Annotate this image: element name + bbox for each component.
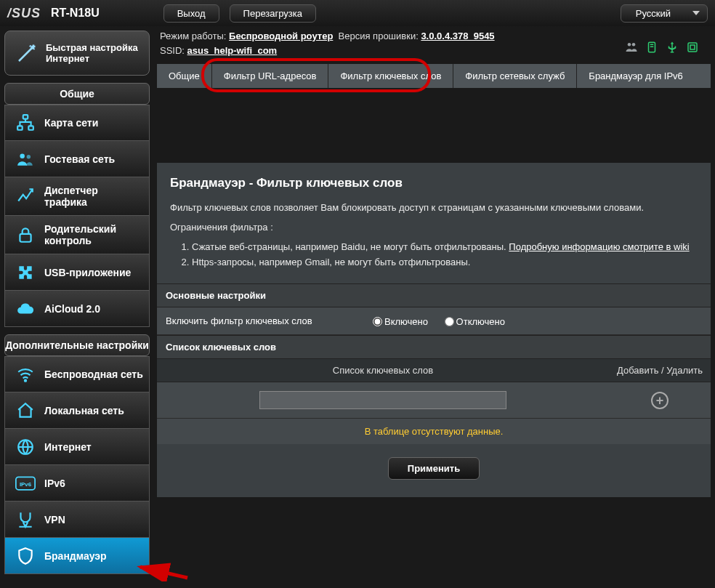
svg-point-11 bbox=[20, 153, 25, 158]
page-title: Брандмауэр - Фильтр ключевых слов bbox=[170, 176, 698, 190]
svg-point-0 bbox=[628, 43, 631, 47]
col-action: Добавить / Удалить bbox=[609, 359, 711, 382]
sidebar-item-label: Брандмауэр bbox=[44, 550, 107, 562]
ssid-value[interactable]: asus_help-wifi_com bbox=[187, 45, 278, 56]
tab-ipv6-firewall[interactable]: Брандмауэр для IPv6 bbox=[577, 64, 694, 88]
sidebar-header-general: Общие bbox=[4, 83, 150, 105]
sidebar-item-lock[interactable]: Родительский контроль bbox=[4, 216, 150, 254]
add-button[interactable]: + bbox=[651, 392, 668, 409]
reboot-button[interactable]: Перезагрузка bbox=[230, 4, 316, 23]
radio-off-text: Отключено bbox=[456, 316, 505, 327]
wifi-icon bbox=[15, 364, 36, 384]
shield-icon bbox=[15, 546, 36, 566]
puzzle-icon bbox=[15, 262, 36, 283]
sidebar-item-label: IPv6 bbox=[44, 478, 65, 489]
plus-icon: + bbox=[656, 394, 664, 407]
svg-point-12 bbox=[27, 155, 31, 158]
sidebar-item-puzzle[interactable]: USB-приложение bbox=[4, 254, 150, 291]
keyword-input[interactable] bbox=[259, 391, 506, 409]
sidebar-item-label: Локальная сеть bbox=[44, 405, 124, 416]
svg-point-14 bbox=[25, 380, 26, 382]
sidebar-item-network-map[interactable]: Карта сети bbox=[4, 105, 150, 141]
clients-icon[interactable] bbox=[625, 41, 638, 54]
radio-off-label[interactable]: Отключено bbox=[441, 316, 505, 327]
sidebar-item-label: Гостевая сеть bbox=[44, 153, 115, 165]
guest-icon bbox=[15, 149, 36, 169]
table-row: + bbox=[157, 382, 711, 419]
restrict-list: Сжатые веб-страницы, например Baidu, не … bbox=[170, 241, 698, 267]
radio-on-text: Включено bbox=[384, 316, 428, 327]
radio-on-label[interactable]: Включено bbox=[369, 316, 428, 327]
svg-point-7 bbox=[32, 47, 34, 49]
fw-label: Версия прошивки: bbox=[339, 31, 419, 41]
tab-keyword-filter[interactable]: Фильтр ключевых слов bbox=[328, 64, 453, 88]
sidebar-item-label: Родительский контроль bbox=[44, 223, 143, 246]
language-label: Русский bbox=[636, 8, 671, 19]
sidebar-item-traffic[interactable]: Диспетчер трафика bbox=[4, 177, 150, 216]
section-list: Список ключевых слов bbox=[157, 335, 711, 359]
status-icons bbox=[625, 41, 699, 54]
storage-icon[interactable] bbox=[686, 41, 699, 54]
apply-button[interactable]: Применить bbox=[388, 457, 480, 480]
tab-netservice-filter[interactable]: Фильтр сетевых служб bbox=[453, 64, 577, 88]
model-label: RT-N18U bbox=[51, 7, 100, 20]
wand-icon bbox=[15, 43, 37, 67]
lock-icon bbox=[15, 225, 36, 245]
sidebar-item-label: AiCloud 2.0 bbox=[44, 303, 100, 315]
ssid-label: SSID: bbox=[160, 45, 185, 56]
mode-value[interactable]: Беспроводной роутер bbox=[229, 31, 333, 41]
content-area: Брандмауэр - Фильтр ключевых слов Фильтр… bbox=[157, 96, 711, 584]
table-header: Список ключевых слов Добавить / Удалить bbox=[157, 359, 711, 382]
sidebar-item-guest[interactable]: Гостевая сеть bbox=[4, 141, 150, 177]
usb-icon[interactable] bbox=[666, 41, 679, 54]
sidebar-item-wifi[interactable]: Беспроводная сеть bbox=[4, 356, 150, 392]
info-bar: Режим работы: Беспроводной роутер Версия… bbox=[160, 29, 700, 57]
wiki-link[interactable]: Подробную информацию смотрите в wiki bbox=[509, 241, 689, 252]
language-select[interactable]: Русский bbox=[621, 4, 708, 23]
tab-general[interactable]: Общие bbox=[157, 64, 212, 88]
tab-url-filter[interactable]: Фильтр URL-адресов bbox=[212, 64, 329, 88]
cloud-icon bbox=[15, 299, 36, 319]
col-keyword: Список ключевых слов bbox=[157, 359, 609, 382]
no-data-msg: В таблице отсутствуют данные. bbox=[157, 419, 711, 444]
sidebar-item-label: VPN bbox=[44, 514, 65, 525]
enable-row: Включить фильтр ключевых слов Включено О… bbox=[157, 307, 711, 335]
restrict-label: Ограничения фильтра : bbox=[170, 222, 698, 233]
svg-text:IPv6: IPv6 bbox=[20, 480, 32, 487]
sidebar: Быстрая настройка Интернет Общие Карта с… bbox=[4, 31, 150, 574]
sidebar-item-label: Карта сети bbox=[44, 117, 98, 129]
radio-off[interactable] bbox=[445, 317, 454, 326]
traffic-icon bbox=[15, 186, 36, 206]
sidebar-item-label: USB-приложение bbox=[44, 267, 131, 278]
sidebar-item-shield[interactable]: Брандмауэр bbox=[4, 538, 150, 574]
topbar: /SUS RT-N18U Выход Перезагрузка Русский bbox=[0, 0, 715, 26]
sidebar-item-label: Беспроводная сеть bbox=[44, 368, 143, 380]
sidebar-item-vpn[interactable]: VPN bbox=[4, 502, 150, 538]
svg-rect-10 bbox=[28, 126, 33, 129]
restrict-item-2: Https-запросы, например Gmail, не могут … bbox=[192, 257, 698, 267]
fw-value[interactable]: 3.0.0.4.378_9545 bbox=[421, 31, 494, 41]
sidebar-item-ipv6[interactable]: IPv6 IPv6 bbox=[4, 465, 150, 502]
restrict-item-1-text: Сжатые веб-страницы, например Baidu, не … bbox=[192, 241, 509, 252]
svg-rect-5 bbox=[688, 43, 697, 52]
tab-strip: Общие Фильтр URL-адресов Фильтр ключевых… bbox=[157, 64, 711, 88]
sidebar-item-cloud[interactable]: AiCloud 2.0 bbox=[4, 291, 150, 327]
svg-rect-6 bbox=[690, 45, 695, 49]
network-map-icon bbox=[15, 113, 36, 133]
sidebar-item-label: Диспетчер трафика bbox=[44, 185, 143, 208]
home-icon bbox=[15, 400, 36, 421]
chevron-down-icon bbox=[692, 11, 700, 15]
radio-on[interactable] bbox=[373, 317, 382, 326]
logout-button[interactable]: Выход bbox=[163, 4, 219, 23]
wifi-status-icon[interactable] bbox=[645, 41, 658, 54]
vpn-icon bbox=[15, 510, 36, 530]
quick-setup-button[interactable]: Быстрая настройка Интернет bbox=[4, 31, 150, 76]
sidebar-item-home[interactable]: Локальная сеть bbox=[4, 392, 150, 429]
brand-logo: /SUS bbox=[7, 6, 41, 21]
sidebar-item-globe[interactable]: Интернет bbox=[4, 429, 150, 465]
globe-icon bbox=[15, 437, 36, 457]
panel: Брандмауэр - Фильтр ключевых слов Фильтр… bbox=[157, 163, 711, 497]
sidebar-header-advanced: Дополнительные настройки bbox=[4, 334, 150, 356]
description: Фильтр ключевых слов позволяет Вам блоки… bbox=[170, 202, 698, 213]
ipv6-icon: IPv6 bbox=[15, 473, 36, 494]
